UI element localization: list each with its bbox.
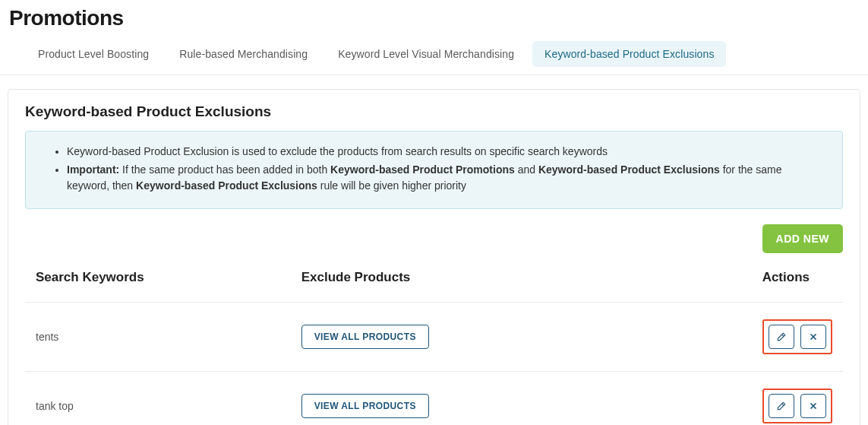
edit-button[interactable]: [769, 325, 794, 349]
cell-actions: [762, 319, 832, 354]
view-all-products-button[interactable]: VIEW ALL PRODUCTS: [301, 325, 429, 349]
delete-button[interactable]: [800, 394, 826, 418]
exclusions-table: Search Keywords Exclude Products Actions…: [25, 262, 843, 425]
info-box: Keyword-based Product Exclusion is used …: [25, 131, 843, 209]
table-row: tents VIEW ALL PRODUCTS: [25, 303, 843, 372]
tab-product-level-boosting[interactable]: Product Level Boosting: [26, 41, 161, 67]
table-row: tank top VIEW ALL PRODUCTS: [25, 372, 843, 425]
close-icon: [808, 331, 819, 342]
th-exclude-products: Exclude Products: [301, 270, 567, 285]
delete-button[interactable]: [800, 325, 826, 349]
cell-actions: [762, 389, 832, 423]
actions-highlight: [762, 389, 832, 423]
cell-keyword: tents: [36, 331, 301, 343]
actions-highlight: [762, 319, 832, 354]
info-line-1: Keyword-based Product Exclusion is used …: [67, 144, 825, 160]
edit-icon: [776, 331, 787, 342]
panel-title: Keyword-based Product Exclusions: [25, 103, 843, 120]
table-header: Search Keywords Exclude Products Actions: [25, 262, 843, 303]
tab-keyword-based-exclusions[interactable]: Keyword-based Product Exclusions: [532, 41, 726, 67]
info-line-2: Important: If the same product has been …: [67, 162, 825, 195]
close-icon: [808, 401, 819, 411]
th-actions: Actions: [762, 270, 810, 285]
page-title: Promotions: [9, 6, 868, 30]
add-new-button[interactable]: ADD NEW: [762, 224, 843, 253]
th-search-keywords: Search Keywords: [36, 270, 301, 285]
cell-exclude: VIEW ALL PRODUCTS: [301, 325, 567, 349]
view-all-products-button[interactable]: VIEW ALL PRODUCTS: [301, 394, 429, 418]
tab-rule-based-merchandising[interactable]: Rule-based Merchandising: [167, 41, 320, 67]
info-important-label: Important:: [67, 163, 119, 176]
tab-keyword-level-visual-merch[interactable]: Keyword Level Visual Merchandising: [326, 41, 526, 67]
exclusions-panel: Keyword-based Product Exclusions Keyword…: [8, 89, 860, 425]
edit-icon: [776, 401, 787, 411]
tabs-bar: Product Level Boosting Rule-based Mercha…: [0, 41, 868, 75]
add-new-row: ADD NEW: [25, 224, 843, 253]
cell-keyword: tank top: [36, 400, 301, 412]
cell-exclude: VIEW ALL PRODUCTS: [301, 394, 567, 418]
edit-button[interactable]: [769, 394, 794, 418]
